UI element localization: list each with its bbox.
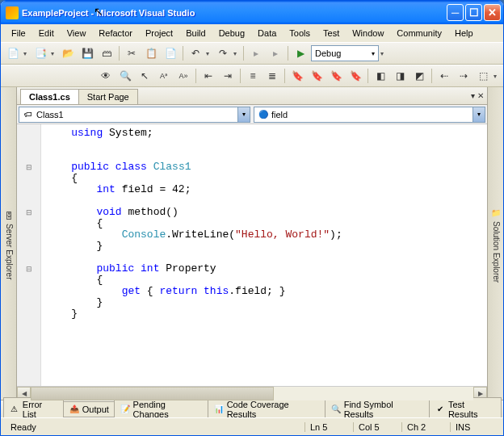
tab-menu-icon[interactable]: ▾ [471,91,475,100]
outdent-button[interactable]: ⇠ [435,67,453,85]
tab-close-icon[interactable]: ✕ [477,91,484,100]
bookmark-next-button[interactable]: 🔖 [327,67,345,85]
main-area: 🗄Server Explorer🧰Toolbox Class1.cs Start… [1,87,503,400]
menu-test[interactable]: Test [317,27,345,40]
btab-label: Pending Changes [133,400,203,419]
scroll-track[interactable] [31,387,473,400]
fold-gutter[interactable]: ⊟⊟⊟ [17,124,41,386]
menu-build[interactable]: Build [180,27,211,40]
menu-window[interactable]: Window [346,27,389,40]
side-icon: 🗄 [3,210,15,221]
nav-fwd-button[interactable]: ▸ [267,44,284,62]
separator [240,69,241,83]
open-button[interactable]: 📂 [59,44,77,62]
save-button[interactable]: 💾 [78,44,96,62]
fold-toggle [17,195,40,207]
menu-edit[interactable]: Edit [33,27,60,40]
text-size-icon[interactable]: Aᵃ [155,67,173,85]
app-window: ExampleProject - Microsoft Visual Studio… [0,0,504,436]
sidetab-solution-explorer[interactable]: 📁Solution Explorer [489,204,503,286]
menu-tools[interactable]: Tools [284,27,316,40]
tab-startpage[interactable]: Start Page [78,89,138,104]
config-select[interactable]: Debug▾ [311,45,379,61]
status-ch: Ch 2 [401,422,450,432]
paste-button[interactable]: 📄 [162,44,179,62]
bookmark-button[interactable]: 🔖 [288,67,306,85]
save-all-button[interactable]: 🗃 [98,44,116,62]
code-content[interactable]: using System; public class Class1 { int … [41,124,487,386]
separator [183,46,183,61]
menu-debug[interactable]: Debug [213,27,250,40]
code-editor[interactable]: ⊟⊟⊟ using System; public class Class1 { … [17,124,487,386]
indent-button[interactable]: ⇢ [455,67,472,85]
indent-less-button[interactable]: ⇤ [200,67,217,85]
view-icon[interactable]: 👁 [97,67,115,85]
fold-toggle [17,275,40,286]
new-project-button[interactable]: 📄 [4,44,22,62]
menu-project[interactable]: Project [140,27,178,40]
minimize-button[interactable]: ─ [447,4,464,21]
titlebar[interactable]: ExampleProject - Microsoft Visual Studio… [1,1,503,24]
close-button[interactable]: ✕ [484,4,501,21]
dropdown-icon[interactable]: ▾ [206,50,212,57]
status-col: Col 5 [353,422,401,432]
fold-toggle [17,173,40,184]
dropdown-icon[interactable]: ▾ [494,73,500,80]
separator [288,46,288,61]
window-title: ExampleProject - Microsoft Visual Studio [22,8,447,18]
tab-class1[interactable]: Class1.cs [20,89,79,104]
bookmark-clear-button[interactable]: 🔖 [346,67,364,85]
btab-output[interactable]: 📤Output [63,401,115,417]
menu-file[interactable]: File [6,27,32,40]
sidetab-server-explorer[interactable]: 🗄Server Explorer [2,207,16,283]
dropdown-icon[interactable]: ▾ [51,50,57,57]
menu-community[interactable]: Community [391,27,447,40]
fold-toggle [17,218,40,229]
menubar: FileEditViewRefactorProjectBuildDebugDat… [1,24,503,42]
class-select[interactable]: 🏷 Class1 ▾ [19,107,250,123]
fold-toggle[interactable]: ⊟ [17,207,40,218]
fold-toggle [17,308,40,320]
menu-data[interactable]: Data [252,27,282,40]
menu-help[interactable]: Help [449,27,479,40]
menu-refactor[interactable]: Refactor [93,27,138,40]
fold-toggle[interactable]: ⊟ [17,263,40,275]
comment-button[interactable]: ≡ [244,67,262,85]
side-label: Server Explorer [5,224,14,279]
start-debug-button[interactable]: ▶ [292,44,309,62]
btab-label: Test Results [448,400,496,419]
maximize-button[interactable]: ☐ [465,4,482,21]
find-icon[interactable]: 🔍 [116,67,134,85]
btab-label: Error List [23,400,58,419]
side-panel-left: 🗄Server Explorer🧰Toolbox [1,87,17,400]
cut-button[interactable]: ✂ [123,44,141,62]
format-button[interactable]: ⬚ [474,67,492,85]
indent-more-button[interactable]: ⇥ [219,67,237,85]
editor-pane: Class1.cs Start Page ▾ ✕ 🏷 Class1 ▾ 🔵 fi… [17,87,487,400]
btab-icon: 📝 [120,404,131,415]
bookmark-prev-button[interactable]: 🔖 [308,67,326,85]
dropdown-icon[interactable]: ▾ [380,50,387,57]
uncomment-button[interactable]: ≣ [263,67,281,85]
add-item-button[interactable]: 📑 [32,44,49,62]
copy-button[interactable]: 📋 [142,44,160,62]
redo-button[interactable]: ↷ [214,44,232,62]
toolbar-edit: 👁 🔍 ↖ Aᵃ A» ⇤ ⇥ ≡ ≣ 🔖 🔖 🔖 🔖 ◧ ◨ ◩ ⇠ ⇢ ⬚ … [1,65,503,87]
undo-button[interactable]: ↶ [187,44,204,62]
pointer-icon[interactable]: ↖ [136,67,153,85]
toggle1-button[interactable]: ◧ [372,67,389,85]
toggle2-button[interactable]: ◨ [391,67,409,85]
scroll-thumb[interactable] [31,387,274,400]
fold-toggle[interactable]: ⊟ [17,161,40,173]
nav-back-button[interactable]: ▸ [247,44,265,62]
member-select[interactable]: 🔵 field ▾ [254,107,485,123]
fold-toggle [17,229,40,241]
h-scrollbar[interactable]: ◀ ▶ [17,386,487,400]
dropdown-icon[interactable]: ▾ [233,50,240,57]
toggle3-button[interactable]: ◩ [410,67,428,85]
chevron-down-icon: ▾ [472,107,485,122]
btab-icon: 📊 [213,404,225,415]
menu-view[interactable]: View [61,27,92,40]
dropdown-icon[interactable]: ▾ [23,50,30,57]
text-style-icon[interactable]: A» [174,67,192,85]
